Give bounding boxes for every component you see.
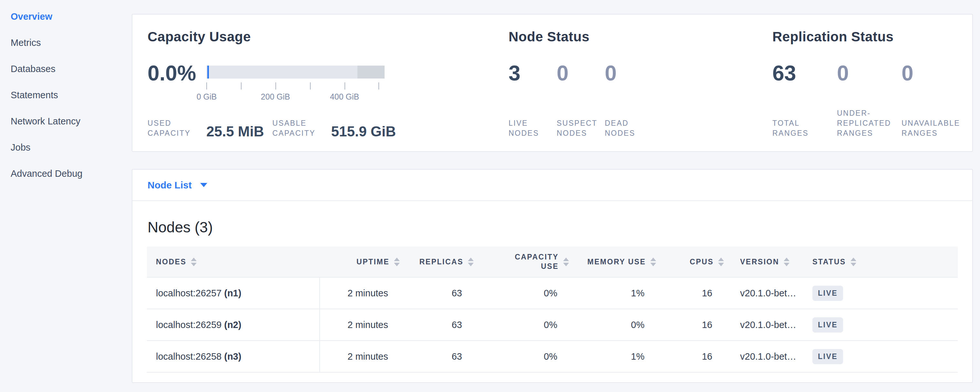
total-ranges-value: 63 (772, 62, 837, 84)
uptime-cell: 2 minutes (320, 309, 403, 341)
version-cell: v20.1.0-bet… (727, 341, 805, 372)
nodes-heading: Nodes (3) (148, 218, 957, 236)
capacity-other-segment (358, 65, 385, 78)
column-header-status[interactable]: STATUS (805, 247, 958, 277)
sort-icon (784, 258, 789, 266)
nodes-table: NODES UPTIME REPLICAS CAPACITY USE (147, 247, 958, 373)
status-badge: LIVE (812, 349, 843, 364)
sidebar-item-advanced-debug[interactable]: Advanced Debug (0, 161, 126, 187)
memory-use-cell: 0% (572, 309, 659, 341)
capacity-use-cell: 0% (477, 277, 572, 309)
sidebar-item-databases[interactable]: Databases (0, 56, 126, 82)
sort-icon (468, 258, 474, 266)
table-row[interactable]: localhost:26257 (n1) 2 minutes 63 0% 1% … (147, 277, 958, 309)
memory-use-cell: 1% (572, 341, 659, 372)
node-list-card: Node List Nodes (3) NODES UPTIME (132, 169, 973, 383)
node-address-cell[interactable]: localhost:26258 (n3) (147, 341, 320, 372)
main-content: Capacity Usage 0.0% 0 GiB 200 GiB 400 Gi… (126, 0, 980, 383)
dead-nodes-metric: 0 DEAD NODES (605, 62, 653, 138)
dead-nodes-value: 0 (605, 62, 653, 84)
column-header-capacity-use[interactable]: CAPACITY USE (477, 247, 572, 277)
cluster-summary-card: Capacity Usage 0.0% 0 GiB 200 GiB 400 Gi… (132, 14, 973, 152)
node-list-dropdown[interactable]: Node List (148, 180, 207, 191)
capacity-axis-ticks (206, 83, 379, 89)
used-capacity-label: USED CAPACITY (148, 118, 199, 138)
uptime-cell: 2 minutes (320, 341, 403, 372)
under-replicated-ranges-label: UNDER- REPLICATED RANGES (837, 108, 902, 138)
sidebar-item-jobs[interactable]: Jobs (0, 134, 126, 161)
node-status-title: Node Status (509, 29, 772, 45)
sort-icon (563, 258, 569, 266)
sort-icon (650, 258, 656, 266)
axis-label: 200 GiB (261, 92, 290, 102)
replication-status-section: Replication Status 63 TOTAL RANGES 0 UND… (772, 29, 972, 138)
capacity-used-percent: 0.0% (148, 62, 206, 84)
capacity-gauge-bar (206, 65, 385, 78)
status-badge: LIVE (812, 317, 843, 333)
chevron-down-icon (200, 183, 207, 187)
capacity-usage-title: Capacity Usage (148, 29, 509, 45)
version-cell: v20.1.0-bet… (727, 277, 805, 309)
axis-label: 400 GiB (330, 92, 359, 102)
under-replicated-ranges-value: 0 (837, 62, 902, 84)
sidebar: Overview Metrics Databases Statements Ne… (0, 0, 126, 392)
column-header-version[interactable]: VERSION (727, 247, 805, 277)
used-capacity-value: 25.5 MiB (206, 125, 264, 138)
replication-status-title: Replication Status (772, 29, 972, 45)
usable-capacity-label: USABLE CAPACITY (272, 118, 323, 138)
replicas-cell: 63 (403, 309, 477, 341)
suspect-nodes-metric: 0 SUSPECT NODES (557, 62, 605, 138)
capacity-used-marker (207, 65, 209, 78)
column-header-replicas[interactable]: REPLICAS (403, 247, 477, 277)
capacity-use-cell: 0% (477, 309, 572, 341)
node-address-cell[interactable]: localhost:26259 (n2) (147, 309, 320, 341)
node-status-section: Node Status 3 LIVE NODES 0 SUSPECT NODES… (509, 29, 772, 138)
unavailable-ranges-metric: 0 UNAVAILABLE RANGES (902, 62, 966, 138)
capacity-usage-section: Capacity Usage 0.0% 0 GiB 200 GiB 400 Gi… (148, 29, 509, 138)
node-list-dropdown-row: Node List (132, 170, 972, 201)
live-nodes-label: LIVE NODES (509, 118, 557, 138)
sort-icon (851, 258, 856, 266)
cpus-cell: 16 (659, 309, 727, 341)
column-header-memory-use[interactable]: MEMORY USE (572, 247, 659, 277)
status-badge: LIVE (812, 286, 843, 301)
column-header-nodes[interactable]: NODES (147, 247, 320, 277)
live-nodes-metric: 3 LIVE NODES (509, 62, 557, 138)
node-list-dropdown-label: Node List (148, 180, 192, 191)
table-row[interactable]: localhost:26258 (n3) 2 minutes 63 0% 1% … (147, 341, 958, 372)
capacity-gauge: 0.0% 0 GiB 200 GiB 400 GiB (148, 62, 509, 102)
status-cell: LIVE (805, 309, 958, 341)
sidebar-item-overview[interactable]: Overview (0, 3, 126, 30)
live-nodes-value: 3 (509, 62, 557, 84)
total-ranges-label: TOTAL RANGES (772, 118, 837, 138)
usable-capacity-value: 515.9 GiB (331, 125, 396, 138)
replicas-cell: 63 (403, 277, 477, 309)
table-row[interactable]: localhost:26259 (n2) 2 minutes 63 0% 0% … (147, 309, 958, 341)
sort-icon (191, 258, 197, 266)
status-cell: LIVE (805, 341, 958, 372)
uptime-cell: 2 minutes (320, 277, 403, 309)
version-cell: v20.1.0-bet… (727, 309, 805, 341)
replicas-cell: 63 (403, 341, 477, 372)
suspect-nodes-value: 0 (557, 62, 605, 84)
unavailable-ranges-value: 0 (902, 62, 966, 84)
cpus-cell: 16 (659, 341, 727, 372)
sidebar-item-network-latency[interactable]: Network Latency (0, 108, 126, 134)
under-replicated-ranges-metric: 0 UNDER- REPLICATED RANGES (837, 62, 902, 138)
column-header-uptime[interactable]: UPTIME (320, 247, 403, 277)
cpus-cell: 16 (659, 277, 727, 309)
nodes-table-header-row: NODES UPTIME REPLICAS CAPACITY USE (147, 247, 958, 277)
capacity-use-cell: 0% (477, 341, 572, 372)
sort-icon (394, 258, 400, 266)
dead-nodes-label: DEAD NODES (605, 118, 653, 138)
axis-label: 0 GiB (197, 92, 217, 102)
sidebar-item-statements[interactable]: Statements (0, 82, 126, 108)
column-header-cpus[interactable]: CPUS (659, 247, 727, 277)
suspect-nodes-label: SUSPECT NODES (557, 118, 605, 138)
node-address-cell[interactable]: localhost:26257 (n1) (147, 277, 320, 309)
sidebar-item-metrics[interactable]: Metrics (0, 30, 126, 56)
status-cell: LIVE (805, 277, 958, 309)
capacity-stats: USED CAPACITY 25.5 MiB USABLE CAPACITY 5… (148, 118, 509, 138)
unavailable-ranges-label: UNAVAILABLE RANGES (902, 118, 966, 138)
total-ranges-metric: 63 TOTAL RANGES (772, 62, 837, 138)
